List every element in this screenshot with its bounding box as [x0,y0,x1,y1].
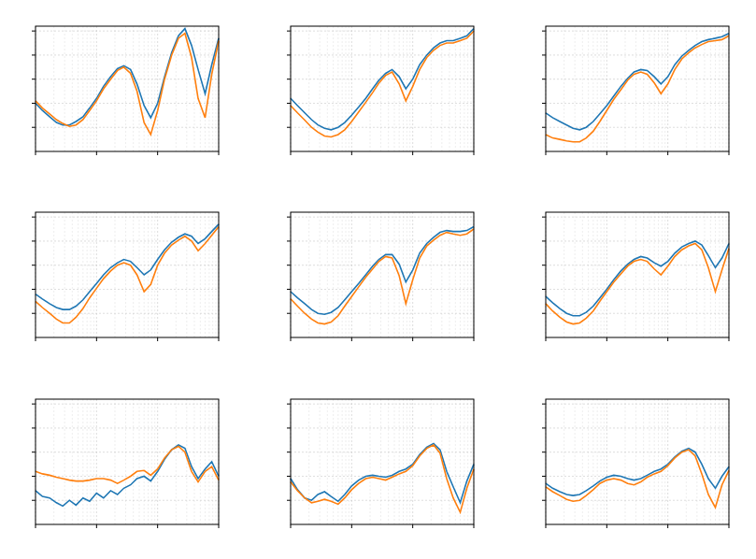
chart-panel-2 [520,19,735,168]
chart-panel-8 [520,392,735,541]
chart-panel-3 [9,205,224,354]
panel-3 [9,205,236,363]
chart-panel-1 [264,19,479,168]
panel-5 [520,205,747,363]
series-blue [546,241,729,316]
panel-1 [264,19,492,177]
panel-2 [520,19,747,177]
series-blue [291,227,474,315]
series-blue [546,34,729,130]
panel-6 [9,392,236,550]
series-blue [36,224,219,309]
series-orange [291,229,474,324]
svg-rect-171 [36,212,219,337]
series-orange [546,36,729,141]
panel-0 [9,19,236,177]
chart-panel-4 [264,205,479,354]
series-orange [291,31,474,136]
chart-panel-0 [9,19,224,168]
chart-panel-7 [264,392,479,541]
series-orange [546,244,729,324]
panel-7 [264,392,492,550]
chart-panel-5 [520,205,735,354]
panel-4 [264,205,492,363]
chart-panel-6 [9,392,224,541]
series-blue [36,445,219,506]
svg-rect-257 [546,212,729,337]
panel-8 [520,392,747,550]
chart-grid [0,0,756,559]
svg-rect-343 [291,399,474,524]
series-blue [36,29,219,125]
series-orange [36,34,219,135]
svg-rect-386 [546,399,729,524]
series-orange [291,445,474,512]
